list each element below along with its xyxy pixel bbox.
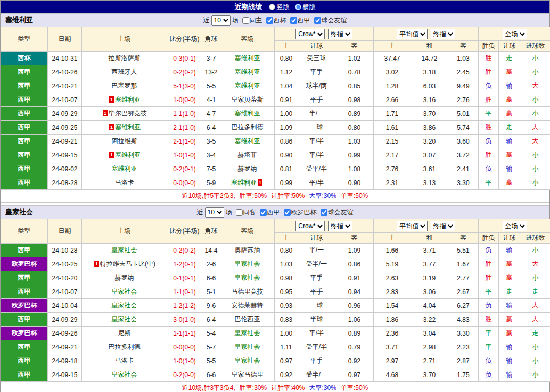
team-name[interactable]: 皇家社会	[235, 329, 260, 337]
team-name[interactable]: 塞维利亚	[115, 96, 141, 103]
team-name[interactable]: 西班牙人	[112, 68, 137, 76]
team-name[interactable]: 阿拉维斯	[112, 137, 137, 145]
col-header-away: 客场	[220, 27, 275, 52]
team-name[interactable]: 皇家马德里	[232, 371, 264, 378]
same-venue-checkbox[interactable]	[236, 209, 243, 216]
team-name[interactable]: 塞维利亚	[112, 165, 137, 172]
league-checkbox[interactable]	[314, 17, 321, 24]
team-name[interactable]: 赫罗纳	[238, 165, 257, 172]
match-row: 西甲24-09-251塞维利亚2-1(1-0)6-4巴拉多利德1.09一球0.8…	[1, 121, 550, 135]
match-date: 24-10-04	[48, 299, 82, 313]
team-name[interactable]: 拉斯洛萨斯	[109, 54, 141, 62]
team-name[interactable]: 皇家社会	[235, 343, 260, 351]
asian-final-select[interactable]: 终指	[328, 221, 352, 231]
same-venue-filter[interactable]: 同主	[240, 16, 262, 25]
team-name[interactable]: 赫塔菲	[238, 151, 257, 159]
euro-source-select[interactable]: 平均值	[397, 221, 428, 231]
team-name[interactable]: 特拉维夫马卡比(中)	[100, 260, 155, 268]
team-name[interactable]: 皇家贝蒂斯	[232, 96, 264, 103]
full-time-select[interactable]: 全场	[503, 221, 527, 231]
asian-source-select[interactable]: Crow*	[295, 29, 325, 39]
team-name[interactable]: 塞维利亚	[115, 151, 141, 159]
euro-odds-select-cell: 平均值 终指	[374, 27, 479, 41]
team-name[interactable]: 巴伦西亚	[235, 315, 260, 323]
team-name[interactable]: 皇家社会	[112, 315, 137, 323]
euro-source-select[interactable]: 平均值	[397, 29, 428, 39]
team-name[interactable]: 皇家社会	[112, 246, 137, 254]
team-name[interactable]: 马洛卡	[115, 179, 134, 186]
sub-header-handicap-result: 让球	[499, 41, 520, 52]
team-name[interactable]: 巴拉多利德	[109, 343, 141, 351]
team-name[interactable]: 塞维利亚	[235, 137, 260, 145]
league-checkbox[interactable]	[260, 209, 267, 216]
team-name[interactable]: 巴拉多利德	[232, 123, 264, 131]
team-name[interactable]: 皇家社会	[235, 274, 260, 281]
league-filter[interactable]: 西甲	[258, 208, 280, 217]
team-name[interactable]: 尼斯	[118, 329, 131, 337]
euro-home-odds: 2.63	[374, 271, 411, 285]
win-loss-result: 平	[479, 176, 499, 190]
asian-home-odds: 0.95	[275, 285, 298, 299]
league-checkbox[interactable]	[321, 209, 327, 216]
team-name[interactable]: 皇家社会	[112, 288, 137, 295]
league-filter[interactable]: 西甲	[288, 16, 310, 25]
layout-radio-vertical[interactable]: 竖版	[269, 3, 290, 12]
same-venue-checkbox[interactable]	[242, 17, 249, 24]
team-name[interactable]: 皇家社会	[235, 260, 260, 268]
team-name[interactable]: 安德莱赫特	[232, 302, 264, 309]
team-name[interactable]: 毕尔巴鄂竞技	[109, 110, 147, 117]
team-name[interactable]: 奥萨苏纳	[235, 246, 260, 254]
euro-home-odds: 2.66	[374, 93, 411, 107]
team-name[interactable]: 马德里竞技	[232, 288, 264, 295]
horizontal-radio[interactable]	[295, 4, 301, 10]
match-score: 1-1(0-1)	[167, 285, 202, 299]
col-header-score: 比分(半场)	[167, 219, 202, 244]
euro-away-odds: 2.41	[448, 162, 479, 176]
asian-home-odds: 1.00	[275, 327, 298, 340]
match-score: 3-0(1-0)	[167, 313, 202, 327]
team-name[interactable]: 塞维利亚	[235, 68, 260, 76]
vertical-radio[interactable]	[269, 4, 275, 10]
corner-score: 5-1	[202, 285, 220, 299]
team-name[interactable]: 塞维利亚	[231, 179, 257, 186]
league-checkbox[interactable]	[266, 17, 273, 24]
handicap-result: 赢	[499, 176, 520, 190]
match-count-select[interactable]: 10	[205, 207, 224, 218]
team-name[interactable]: 皇家社会	[112, 302, 137, 309]
league-label: 西杯	[274, 16, 286, 25]
euro-final-select[interactable]: 终指	[431, 221, 455, 231]
team-name[interactable]: 塞维利亚	[235, 54, 260, 62]
corner-score: 2-6	[202, 257, 220, 271]
league-filter[interactable]: 欧罗巴杯	[282, 208, 317, 217]
euro-away-odds: 2.77	[448, 271, 479, 285]
asian-source-select[interactable]: Crow*	[295, 221, 325, 231]
same-venue-filter[interactable]: 同客	[234, 208, 256, 217]
asian-home-odds: 0.98	[275, 271, 298, 285]
euro-draw-odds: 6.03	[411, 79, 448, 93]
away-team-cell: 巴拉多利德	[220, 121, 275, 135]
league-filter[interactable]: 球会友谊	[318, 208, 354, 217]
team-name[interactable]: 马洛卡	[115, 357, 134, 364]
league-filter[interactable]: 西杯	[264, 16, 286, 25]
match-count-select[interactable]: 10	[211, 15, 231, 26]
league-checkbox[interactable]	[290, 17, 297, 24]
layout-radio-horizontal[interactable]: 横版	[295, 3, 316, 12]
league-filter[interactable]: 球会友谊	[312, 16, 347, 25]
match-score: 1-2(1-2)	[167, 299, 202, 313]
team-name[interactable]: 皇家社会	[235, 357, 260, 364]
match-row: 西甲24-09-02塞维利亚0-2(0-1)7-5赫罗纳0.81受平/半1.08…	[1, 162, 550, 176]
team-name[interactable]: 塞维利亚	[235, 82, 260, 89]
full-time-select[interactable]: 全场	[503, 29, 527, 39]
team-name[interactable]: 塞维利亚	[235, 110, 260, 117]
asian-final-select[interactable]: 终指	[328, 29, 352, 39]
match-score: 1-2(0-1)	[167, 257, 202, 271]
euro-final-select[interactable]: 终指	[431, 29, 455, 39]
team-name[interactable]: 皇家社会	[112, 371, 137, 378]
asian-home-odds: 1.11	[275, 340, 298, 354]
asian-home-odds: 0.90	[275, 148, 298, 162]
team-name[interactable]: 赫罗纳	[115, 274, 134, 281]
team-name[interactable]: 巴塞罗那	[112, 82, 137, 89]
col-header-type: 类型	[1, 219, 48, 244]
league-checkbox[interactable]	[284, 209, 291, 216]
team-name[interactable]: 塞维利亚	[115, 123, 141, 131]
